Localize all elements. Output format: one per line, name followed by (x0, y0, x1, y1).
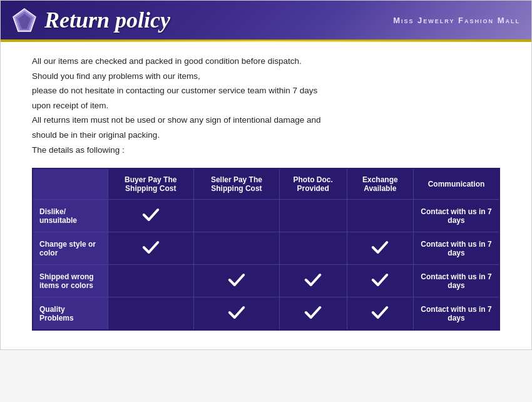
seller-pay-cell (194, 232, 280, 265)
table-header-row: Buyer Pay The Shipping Cost Seller Pay T… (33, 168, 499, 200)
buyer-pay-cell (108, 297, 194, 331)
col-header-issue (33, 168, 108, 200)
checkmark-icon (141, 237, 161, 257)
intro-line-3: please do not hesitate in contacting our… (32, 84, 500, 98)
intro-line-5: All returns item must not be used or sho… (32, 113, 500, 127)
table-row: Dislike/ unsuitableContact with us in 7 … (33, 200, 499, 232)
intro-line-4: upon receipt of item. (32, 99, 500, 113)
page-wrapper: Return policy Miss Jewelry Fashion Mall … (0, 0, 532, 350)
table-row: Quality ProblemsContact with us in 7 day… (33, 297, 499, 331)
photo-doc-cell (279, 200, 347, 232)
photo-doc-cell (279, 265, 347, 297)
checkmark-icon (141, 205, 161, 225)
intro-section: All our items are checked and packed in … (32, 54, 500, 157)
col-header-photo-doc: Photo Doc. Provided (279, 168, 347, 200)
col-header-exchange: Exchange Available (347, 168, 413, 200)
buyer-pay-cell (108, 200, 194, 232)
issue-cell: Shipped wrong items or colors (33, 265, 108, 297)
exchange-cell (347, 200, 413, 232)
col-header-buyer-pay: Buyer Pay The Shipping Cost (108, 168, 194, 200)
issue-cell: Quality Problems (33, 297, 108, 331)
diamond-icon (12, 8, 37, 33)
intro-line-7: The details as following : (32, 143, 500, 157)
exchange-cell (347, 265, 413, 297)
checkmark-icon (370, 237, 390, 257)
checkmark-icon (370, 302, 390, 322)
checkmark-icon (227, 270, 247, 290)
checkmark-icon (227, 302, 247, 322)
seller-pay-cell (194, 297, 280, 331)
buyer-pay-cell (108, 265, 194, 297)
page-title: Return policy (44, 7, 170, 33)
issue-cell: Change style or color (33, 232, 108, 265)
table-row: Change style or colorContact with us in … (33, 232, 499, 265)
table-row: Shipped wrong items or colorsContact wit… (33, 265, 499, 297)
checkmark-icon (303, 270, 323, 290)
communication-cell: Contact with us in 7 days (414, 297, 499, 331)
intro-line-2: Should you find any problems with our it… (32, 70, 500, 83)
photo-doc-cell (279, 232, 347, 265)
buyer-pay-cell (108, 232, 194, 265)
intro-line-6: should be in their original packing. (32, 128, 500, 142)
seller-pay-cell (194, 265, 280, 297)
main-content: All our items are checked and packed in … (1, 42, 531, 349)
checkmark-icon (370, 270, 390, 290)
photo-doc-cell (279, 297, 347, 331)
issue-cell: Dislike/ unsuitable (33, 200, 108, 232)
communication-cell: Contact with us in 7 days (414, 200, 499, 232)
exchange-cell (347, 297, 413, 331)
seller-pay-cell (194, 200, 280, 232)
communication-cell: Contact with us in 7 days (414, 232, 499, 265)
communication-cell: Contact with us in 7 days (414, 265, 499, 297)
col-header-seller-pay: Seller Pay The Shipping Cost (194, 168, 280, 200)
checkmark-icon (303, 302, 323, 322)
brand-name: Miss Jewelry Fashion Mall (393, 16, 520, 25)
page-header: Return policy Miss Jewelry Fashion Mall (1, 1, 531, 41)
intro-line-1: All our items are checked and packed in … (32, 54, 500, 68)
exchange-cell (347, 232, 413, 265)
header-left: Return policy (12, 7, 170, 33)
policy-table: Buyer Pay The Shipping Cost Seller Pay T… (32, 168, 500, 331)
col-header-communication: Communication (414, 168, 499, 200)
